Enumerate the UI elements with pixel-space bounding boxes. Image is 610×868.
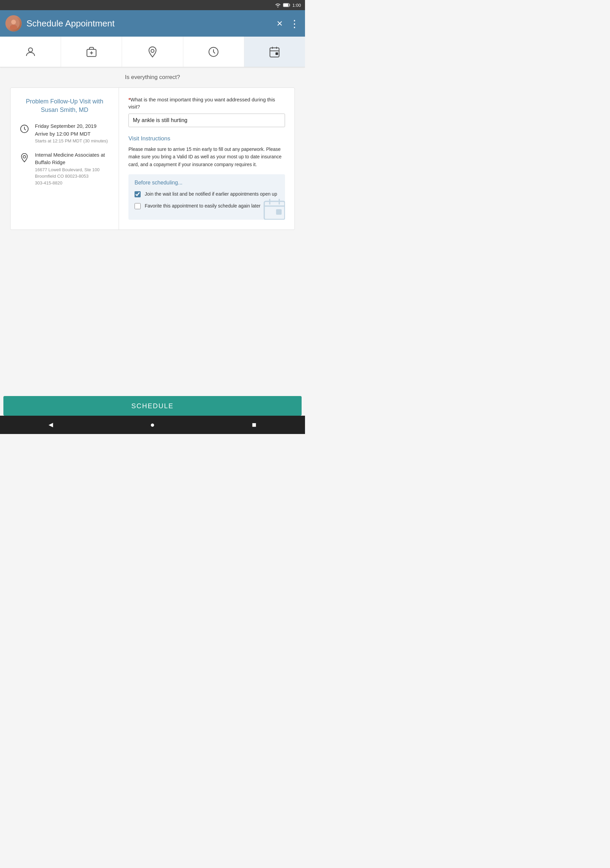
header-right: × ⋮ <box>277 18 300 29</box>
decorative-calendar-icon <box>263 197 285 220</box>
step-tabs <box>0 37 305 67</box>
tab-location[interactable] <box>122 37 183 67</box>
before-scheduling-box: Before scheduling... Join the wait list … <box>129 174 285 220</box>
checkbox-waitlist: Join the wait list and be notified if ea… <box>135 191 279 198</box>
clock-icon <box>207 46 220 58</box>
visit-instructions-text: Please make sure to arrive 15 min early … <box>129 146 285 168</box>
nav-back-button[interactable]: ◄ <box>44 418 57 432</box>
nav-bar: ◄ ● ■ <box>0 416 305 434</box>
date-row: Friday September 20, 2019 Arrive by 12:0… <box>19 122 110 144</box>
waitlist-label[interactable]: Join the wait list and be notified if ea… <box>145 191 277 198</box>
favorite-label[interactable]: Favorite this appointment to easily sche… <box>145 202 261 209</box>
date-text: Friday September 20, 2019 <box>35 122 108 130</box>
schedule-btn-area: SCHEDULE <box>0 396 305 416</box>
arrive-text: Arrive by 12:00 PM MDT <box>35 130 108 138</box>
checkbox-favorite: Favorite this appointment to easily sche… <box>135 202 279 209</box>
time-display: 1:00 <box>293 3 301 8</box>
svg-point-19 <box>23 156 26 158</box>
page-title: Schedule Appointment <box>26 18 115 29</box>
svg-rect-20 <box>264 202 285 220</box>
tab-history[interactable] <box>183 37 244 67</box>
location-icon <box>146 46 159 58</box>
visit-instructions-title: Visit Instructions <box>129 135 285 142</box>
battery-icon <box>283 3 290 7</box>
menu-button[interactable]: ⋮ <box>290 18 300 29</box>
wifi-icon <box>275 3 281 8</box>
right-panel: *What is the most important thing you wa… <box>119 88 294 229</box>
location-address: 16677 Lowell Boulevard, Ste 100 <box>35 166 110 173</box>
svg-point-11 <box>151 49 154 52</box>
svg-rect-17 <box>276 52 278 55</box>
medical-bag-icon <box>85 46 98 58</box>
svg-rect-13 <box>270 48 279 57</box>
favorite-checkbox[interactable] <box>135 203 141 209</box>
tab-calendar[interactable] <box>244 37 305 67</box>
avatar <box>5 15 22 31</box>
schedule-button[interactable]: SCHEDULE <box>3 396 302 416</box>
close-button[interactable]: × <box>277 18 283 29</box>
location-citystate: Broomfield CO 80023-8053 <box>35 173 110 180</box>
person-icon <box>25 46 37 58</box>
status-bar: 1:00 <box>0 0 305 10</box>
location-phone: 303-415-8820 <box>35 180 110 186</box>
svg-rect-1 <box>284 4 288 6</box>
location-row: Internal Medicine Associates at Buffalo … <box>19 151 110 186</box>
clock-row-icon <box>19 123 30 135</box>
svg-point-5 <box>11 20 16 25</box>
status-icons: 1:00 <box>275 3 301 8</box>
location-name: Internal Medicine Associates at Buffalo … <box>35 151 110 166</box>
answer-input[interactable] <box>129 113 285 127</box>
header: Schedule Appointment × ⋮ <box>0 10 305 37</box>
tab-person[interactable] <box>0 37 61 67</box>
before-scheduling-title: Before scheduling... <box>135 180 279 186</box>
nav-square-button[interactable]: ■ <box>248 418 261 432</box>
appointment-card: Problem Follow-Up Visit with Susan Smith… <box>10 87 295 230</box>
visit-title: Problem Follow-Up Visit with Susan Smith… <box>19 97 110 114</box>
svg-rect-24 <box>276 209 282 215</box>
main-question-text: Is everything correct? <box>0 67 305 87</box>
waitlist-checkbox[interactable] <box>135 191 141 197</box>
starts-text: Starts at 12:15 PM MDT (30 minutes) <box>35 138 108 144</box>
left-panel: Problem Follow-Up Visit with Susan Smith… <box>11 88 119 229</box>
question-label: *What is the most important thing you wa… <box>129 96 285 110</box>
tab-medical[interactable] <box>61 37 122 67</box>
header-left: Schedule Appointment <box>5 15 115 31</box>
nav-home-button[interactable]: ● <box>146 418 159 432</box>
location-row-icon <box>19 152 30 163</box>
svg-point-7 <box>28 48 33 52</box>
calendar-icon <box>268 46 280 58</box>
